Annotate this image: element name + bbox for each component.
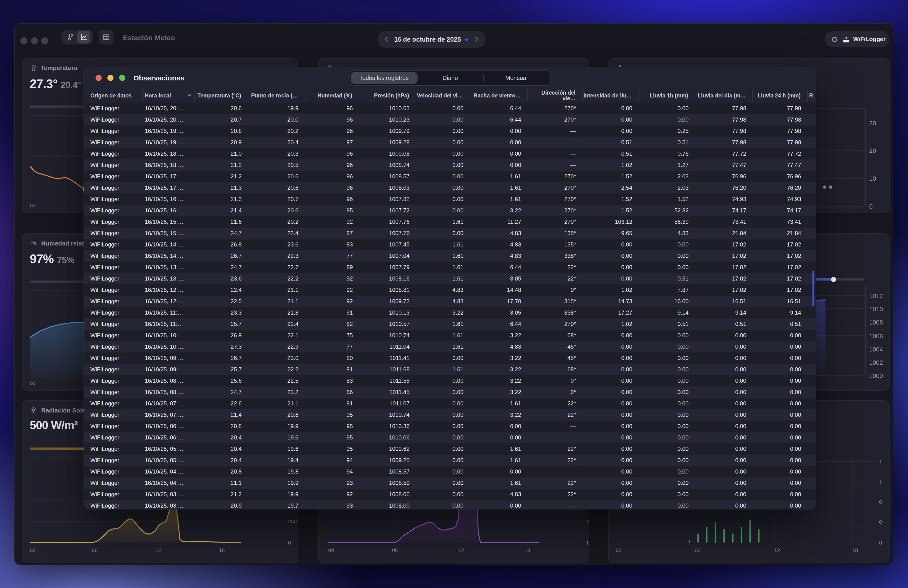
table-row[interactable]: WiFiLogger16/10/25, 07:…21.420.6951010.7… [84, 409, 816, 420]
column-header[interactable]: Dirección del vie… [528, 89, 583, 102]
table-row[interactable]: WiFiLogger16/10/25, 19:…20.920.4971009.2… [84, 137, 816, 148]
table-row[interactable]: WiFiLogger16/10/25, 03:…21.219.9921008.0… [84, 489, 816, 500]
table-cell: 87 [305, 230, 359, 237]
column-header[interactable]: Punto de rocío (… [248, 89, 305, 102]
chart-view-button[interactable] [77, 31, 90, 43]
device-label[interactable]: WiFiLogger [853, 36, 885, 43]
table-row[interactable]: WiFiLogger16/10/25, 10:…27.322.9771011.0… [84, 341, 816, 353]
table-row[interactable]: WiFiLogger16/10/25, 16:…21.420.6951007.7… [84, 205, 816, 216]
table-row[interactable]: WiFiLogger16/10/25, 12:…22.521.1921009.7… [84, 296, 816, 307]
table-cell: 21.3 [195, 196, 248, 203]
tab-diario[interactable]: Diario [417, 72, 483, 84]
table-row[interactable]: WiFiLogger16/10/25, 19:…20.820.2961009.7… [84, 126, 816, 137]
table-cell: 16/10/25, 05:… [143, 446, 195, 452]
table-cell: 0.00 [583, 343, 639, 350]
table-row[interactable]: WiFiLogger16/10/25, 16:…21.320.7961007.8… [84, 193, 816, 205]
table-cell: 16/10/25, 14:… [143, 241, 195, 248]
thermometer-view-button[interactable] [64, 31, 76, 43]
table-cell: 20.5 [248, 162, 305, 168]
window-zoom-button[interactable] [41, 37, 48, 45]
table-row[interactable]: WiFiLogger16/10/25, 04:…20.819.8941008.5… [84, 466, 816, 477]
table-row[interactable]: WiFiLogger16/10/25, 12:…22.421.1921008.8… [84, 284, 816, 296]
table-row[interactable]: WiFiLogger16/10/25, 17:…21.320.6961008.0… [84, 182, 816, 193]
previous-day-button[interactable] [383, 36, 389, 42]
table-cell: 16/10/25, 10:… [143, 343, 195, 350]
table-row[interactable]: WiFiLogger16/10/25, 15:…24.722.4871007.7… [84, 227, 816, 239]
table-cell: 0.00 [583, 412, 639, 418]
modal-minimize-button[interactable] [107, 75, 114, 81]
table-cell: 95 [305, 434, 359, 441]
vertical-scrollbar[interactable] [813, 271, 815, 306]
table-row[interactable]: WiFiLogger16/10/25, 11:…25.722.4821010.5… [84, 318, 816, 330]
table-cell: 1008.16 [359, 275, 416, 282]
column-header[interactable]: Temperatura (°C) [195, 89, 248, 102]
table-cell: 1.02 [583, 287, 639, 293]
table-cell: 22.2 [248, 366, 305, 373]
table-row[interactable]: WiFiLogger16/10/25, 18:…21.220.5961008.7… [84, 159, 816, 171]
table-cell: 0.00 [416, 196, 470, 203]
column-header[interactable]: Lluvia 1h (mm) [639, 89, 695, 102]
column-header[interactable]: Hora local [143, 89, 195, 102]
table-cell: 16/10/25, 14:… [143, 253, 195, 259]
table-row[interactable]: WiFiLogger16/10/25, 07:…22.621.1911011.0… [84, 398, 816, 409]
column-header[interactable]: Intensidad de llu… [583, 89, 639, 102]
table-row[interactable]: WiFiLogger16/10/25, 11:…23.321.8911010.1… [84, 307, 816, 318]
table-cell: 0.00 [583, 128, 639, 134]
table-row[interactable]: WiFiLogger16/10/25, 18:…21.020.3961009.0… [84, 148, 816, 159]
table-row[interactable]: WiFiLogger16/10/25, 13:…23.622.2921008.1… [84, 273, 816, 284]
slider-knob[interactable] [831, 277, 836, 282]
column-header[interactable]: R [808, 89, 816, 102]
table-cell: 16/10/25, 20:… [143, 105, 195, 112]
table-row[interactable]: WiFiLogger16/10/25, 08:…25.622.5831011.5… [84, 375, 816, 387]
date-label[interactable]: 16 de octubre de 2025 [394, 36, 461, 43]
tab-todos-los-registros[interactable]: Todos los registros [351, 72, 417, 84]
table-row[interactable]: WiFiLogger16/10/25, 13:…24.722.7891007.7… [84, 262, 816, 273]
table-row[interactable]: WiFiLogger16/10/25, 14:…26.722.3771007.0… [84, 250, 816, 262]
column-header[interactable]: Racha de viento… [470, 89, 528, 102]
table-row[interactable]: WiFiLogger16/10/25, 03:…20.919.7931008.0… [84, 500, 816, 509]
table-row[interactable]: WiFiLogger16/10/25, 08:…24.722.2861011.4… [84, 387, 816, 398]
table-cell: 16/10/25, 10:… [143, 332, 195, 339]
column-header[interactable]: Velocidad del vi… [416, 89, 470, 102]
y-axis-tick: 30 [869, 120, 876, 127]
table-row[interactable]: WiFiLogger16/10/25, 20:…20.720.0961010.2… [84, 114, 816, 126]
table-cell: 3.22 [470, 389, 528, 395]
table-cell: 22° [528, 275, 583, 282]
table-row[interactable]: WiFiLogger16/10/25, 10:…26.922.1751010.7… [84, 330, 816, 341]
table-row[interactable]: WiFiLogger16/10/25, 14:…26.823.6831007.4… [84, 239, 816, 250]
table-cell: 17.02 [695, 253, 753, 259]
window-minimize-button[interactable] [31, 37, 38, 45]
table-row[interactable]: WiFiLogger16/10/25, 05:…20.419.4941009.2… [84, 454, 816, 466]
table-row[interactable]: WiFiLogger16/10/25, 06:…20.419.6951010.0… [84, 432, 816, 443]
column-header[interactable]: Presión (hPa) [359, 89, 416, 102]
table-cell: 20.6 [248, 207, 305, 214]
table-cell: 0.00 [416, 377, 470, 384]
table-row[interactable]: WiFiLogger16/10/25, 04:…21.119.9931008.5… [84, 477, 816, 489]
table-row[interactable]: WiFiLogger16/10/25, 17:…21.220.6961008.5… [84, 171, 816, 182]
table-row[interactable]: WiFiLogger16/10/25, 09:…26.723.0801011.4… [84, 353, 816, 364]
table-cell: 6.44 [470, 264, 528, 271]
y-axis-line [865, 108, 866, 206]
table-cell: 17.02 [695, 287, 753, 293]
column-header[interactable]: Origen de datos [84, 89, 143, 102]
refresh-button[interactable] [831, 36, 838, 43]
tab-mensual[interactable]: Mensual [483, 72, 549, 84]
table-row[interactable]: WiFiLogger16/10/25, 09:…25.722.2811011.6… [84, 364, 816, 375]
modal-close-button[interactable] [95, 75, 102, 81]
next-day-button[interactable] [474, 36, 480, 42]
table-cell: 21.84 [753, 230, 808, 237]
table-row[interactable]: WiFiLogger16/10/25, 05:…20.419.6951009.6… [84, 443, 816, 454]
column-header[interactable]: Lluvia del día (m… [695, 89, 753, 102]
table-cell: 4.83 [470, 343, 528, 350]
window-close-button[interactable] [20, 37, 27, 45]
table-row[interactable]: WiFiLogger16/10/25, 06:…20.819.9951010.3… [84, 420, 816, 432]
pagination-dots[interactable] [823, 185, 832, 189]
modal-zoom-button[interactable] [119, 75, 125, 81]
column-header[interactable]: Humedad (%) [305, 89, 359, 102]
table-grid-icon [102, 33, 110, 41]
table-row[interactable]: WiFiLogger16/10/25, 20:…20.619.9961010.6… [84, 103, 816, 114]
column-header[interactable]: Lluvia 24 h (mm) [753, 89, 808, 102]
table-view-button[interactable] [99, 30, 114, 45]
table-row[interactable]: WiFiLogger16/10/25, 15:…21.620.2921007.7… [84, 216, 816, 227]
table-cell: 0.00 [753, 423, 808, 430]
